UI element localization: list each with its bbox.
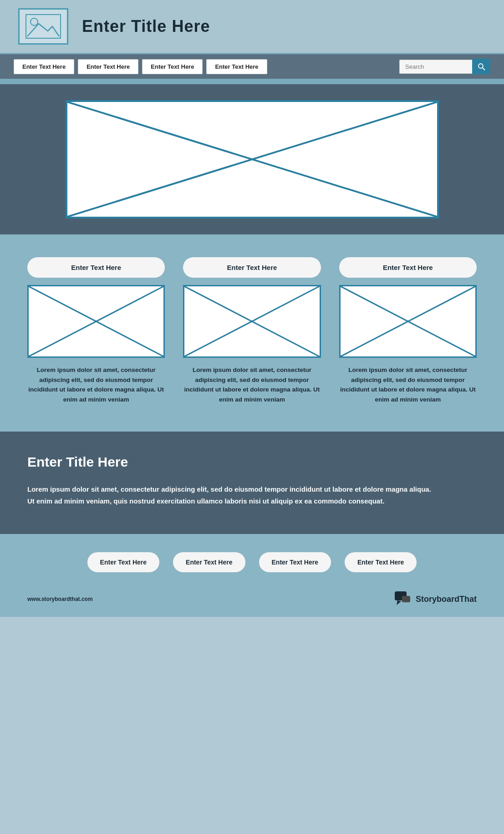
- logo-image-icon: [25, 14, 61, 39]
- search-bar: [399, 59, 490, 74]
- text-section-title: Enter Title Here: [27, 454, 477, 470]
- footer-btn-3[interactable]: Enter Text Here: [259, 552, 331, 572]
- footer-btn-1[interactable]: Enter Text Here: [87, 552, 159, 572]
- card-2: Enter Text Here Lorem ipsum dolor sit am…: [183, 257, 321, 404]
- svg-marker-22: [397, 600, 401, 605]
- search-icon: [477, 62, 485, 71]
- footer-btn-4[interactable]: Enter Text Here: [345, 552, 417, 572]
- cards-section: Enter Text Here Lorem ipsum dolor sit am…: [0, 234, 504, 432]
- card-2-image: [183, 285, 321, 358]
- nav-btn-3[interactable]: Enter Text Here: [142, 59, 203, 74]
- svg-rect-23: [402, 596, 410, 602]
- page-title: Enter Title Here: [82, 17, 210, 36]
- footer-btn-2[interactable]: Enter Text Here: [173, 552, 245, 572]
- card-1-text: Lorem ipsum dolor sit amet, consectetur …: [27, 365, 165, 404]
- header-logo: [18, 8, 68, 45]
- card-2-text: Lorem ipsum dolor sit amet, consectetur …: [183, 365, 321, 404]
- card-3-text: Lorem ipsum dolor sit amet, consectetur …: [339, 365, 477, 404]
- footer-buttons: Enter Text Here Enter Text Here Enter Te…: [27, 552, 477, 572]
- search-button[interactable]: [472, 59, 490, 74]
- text-section: Enter Title Here Lorem ipsum dolor sit a…: [0, 432, 504, 534]
- hero-image-placeholder: [66, 100, 439, 219]
- cards-row: Enter Text Here Lorem ipsum dolor sit am…: [27, 257, 477, 404]
- nav-btn-4[interactable]: Enter Text Here: [206, 59, 267, 74]
- card-1-image: [27, 285, 165, 358]
- hero-section: [0, 84, 504, 234]
- storyboardthat-icon: [394, 590, 411, 608]
- nav-btn-1[interactable]: Enter Text Here: [14, 59, 74, 74]
- text-section-body: Lorem ipsum dolor sit amet, consectetur …: [27, 483, 437, 507]
- navigation-bar: Enter Text Here Enter Text Here Enter Te…: [0, 54, 504, 79]
- footer-bottom: www.storyboardthat.com StoryboardThat: [27, 586, 477, 608]
- footer-brand: StoryboardThat: [394, 590, 477, 608]
- footer-url: www.storyboardthat.com: [27, 596, 93, 602]
- card-2-placeholder-icon: [184, 286, 319, 356]
- card-3-button[interactable]: Enter Text Here: [339, 257, 477, 278]
- card-1: Enter Text Here Lorem ipsum dolor sit am…: [27, 257, 165, 404]
- site-footer: Enter Text Here Enter Text Here Enter Te…: [0, 534, 504, 617]
- card-3-placeholder-icon: [341, 286, 475, 356]
- hero-placeholder-icon: [67, 102, 437, 217]
- card-3-image: [339, 285, 477, 358]
- svg-rect-0: [25, 14, 61, 39]
- card-1-button[interactable]: Enter Text Here: [27, 257, 165, 278]
- card-3: Enter Text Here Lorem ipsum dolor sit am…: [339, 257, 477, 404]
- nav-btn-2[interactable]: Enter Text Here: [78, 59, 138, 74]
- svg-line-4: [483, 68, 485, 70]
- accent-divider: [0, 79, 504, 84]
- card-2-button[interactable]: Enter Text Here: [183, 257, 321, 278]
- card-1-placeholder-icon: [29, 286, 163, 356]
- footer-brand-name: StoryboardThat: [416, 595, 477, 604]
- site-header: Enter Title Here: [0, 0, 504, 54]
- search-input[interactable]: [399, 60, 472, 74]
